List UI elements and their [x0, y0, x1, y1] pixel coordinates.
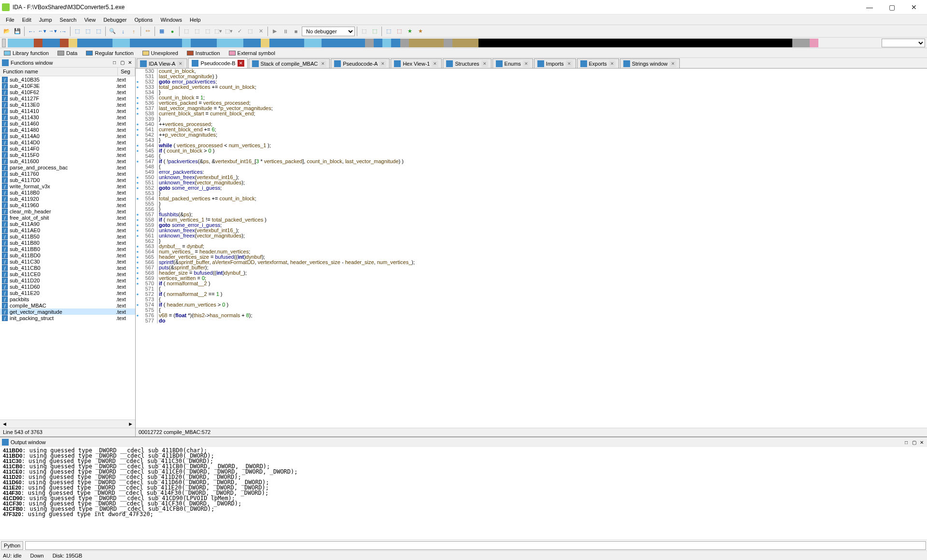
- tb-g[interactable]: ⬚▾: [213, 27, 223, 36]
- tab-pseudocode-b[interactable]: Pseudocode-B✕: [188, 58, 247, 68]
- code-line[interactable]: 540 ++vertices_processed;: [136, 122, 927, 127]
- tb-h[interactable]: ⬚▾: [224, 27, 234, 36]
- breakpoint-gutter[interactable]: [136, 270, 140, 276]
- function-row[interactable]: fsub_411CE0.text: [0, 271, 135, 277]
- function-row[interactable]: fsub_4117D0.text: [0, 177, 135, 183]
- code-line[interactable]: 549error_packvertices:: [136, 169, 927, 175]
- breakpoint-gutter[interactable]: [136, 292, 140, 297]
- function-row[interactable]: fsub_411BB0.text: [0, 246, 135, 252]
- menu-jump[interactable]: Jump: [35, 16, 56, 24]
- code-line[interactable]: 562 }: [136, 238, 927, 244]
- function-row[interactable]: fsub_411410.text: [0, 108, 135, 114]
- function-row[interactable]: fget_vector_magnitude.text: [0, 308, 135, 315]
- breakpoint-gutter[interactable]: [136, 276, 140, 281]
- panel-restore-button[interactable]: □: [111, 59, 118, 66]
- panel-close-button[interactable]: ✕: [126, 59, 133, 66]
- function-row[interactable]: ffree_alot_of_shit.text: [0, 214, 135, 221]
- nav-back-menu[interactable]: ←▾: [37, 27, 47, 36]
- menu-help[interactable]: Help: [186, 16, 205, 24]
- tb-b[interactable]: ⬚: [83, 27, 93, 36]
- tab-close-icon[interactable]: ✕: [238, 60, 244, 67]
- function-row[interactable]: fsub_411B80.text: [0, 239, 135, 246]
- code-line[interactable]: 573 {: [136, 297, 927, 302]
- output-text[interactable]: 411BD0: using guessed type _DWORD __cdec…: [0, 447, 927, 540]
- breakpoint-gutter[interactable]: [136, 308, 140, 313]
- code-line[interactable]: 572 if ( normalformat__2 == 1 ): [136, 292, 927, 297]
- function-row[interactable]: fsub_411D20.text: [0, 277, 135, 283]
- breakpoint-gutter[interactable]: [136, 201, 140, 207]
- function-row[interactable]: fsub_411600.text: [0, 158, 135, 164]
- breakpoint-gutter[interactable]: [136, 122, 140, 127]
- tb-m[interactable]: ⬚: [370, 27, 379, 36]
- nav-handle[interactable]: [2, 39, 6, 47]
- tab-stack-of-compile_mbac[interactable]: Stack of compile_MBAC✕: [249, 58, 330, 68]
- col-segment[interactable]: Seg: [118, 68, 135, 76]
- breakpoint-gutter[interactable]: [136, 249, 140, 254]
- code-line[interactable]: 534 }: [136, 90, 927, 95]
- code-line[interactable]: 563 dynbuf__ = dynbuf;: [136, 244, 927, 249]
- code-line[interactable]: 556 }: [136, 207, 927, 212]
- breakpoint-gutter[interactable]: [136, 100, 140, 106]
- run-button[interactable]: ●: [168, 27, 177, 36]
- menu-options[interactable]: Options: [130, 16, 156, 24]
- breakpoint-gutter[interactable]: [136, 260, 140, 265]
- tab-close-icon[interactable]: ✕: [177, 60, 184, 67]
- breakpoint-gutter[interactable]: [136, 159, 140, 164]
- breakpoint-gutter[interactable]: [136, 318, 140, 323]
- breakpoint-gutter[interactable]: [136, 111, 140, 116]
- code-line[interactable]: 555 }: [136, 201, 927, 207]
- function-row[interactable]: fsub_410B35.text: [0, 76, 135, 83]
- code-line[interactable]: 533 total_packed_vertices += count_in_bl…: [136, 84, 927, 90]
- nav-back-button[interactable]: ←·: [27, 27, 36, 36]
- breakpoint-gutter[interactable]: [136, 116, 140, 122]
- breakpoint-gutter[interactable]: [136, 313, 140, 318]
- breakpoint-gutter[interactable]: [136, 185, 140, 191]
- tb-i[interactable]: ✓: [235, 27, 244, 36]
- breakpoint-gutter[interactable]: [136, 207, 140, 212]
- code-line[interactable]: 559 goto some_error_i_guess;: [136, 223, 927, 228]
- search-down-button[interactable]: ↓: [118, 27, 128, 36]
- code-line[interactable]: 568 header_size = bufused((int)dynbuf_);: [136, 270, 927, 276]
- breakpoint-gutter[interactable]: [136, 169, 140, 175]
- tb-f[interactable]: ⬚: [203, 27, 212, 36]
- code-line[interactable]: 552 goto some_error_i_guess;: [136, 185, 927, 191]
- code-line[interactable]: 561 unknown_freex(vector_magnitudes);: [136, 233, 927, 238]
- tab-close-icon[interactable]: ✕: [379, 60, 386, 67]
- code-line[interactable]: 530 count_in_block,: [136, 69, 927, 74]
- code-line[interactable]: 550 unknown_freex(vertexbuf_int16_);: [136, 175, 927, 180]
- breakpoint-gutter[interactable]: [136, 217, 140, 223]
- function-row[interactable]: fcompile_MBAC.text: [0, 302, 135, 308]
- tab-close-icon[interactable]: ✕: [320, 60, 326, 67]
- nav-fwd-menu[interactable]: →▾: [48, 27, 57, 36]
- tb-o[interactable]: ⬚: [394, 27, 404, 36]
- menu-file[interactable]: File: [2, 16, 18, 24]
- tab-hex-view-1[interactable]: Hex View-1✕: [391, 58, 442, 68]
- breakpoint-gutter[interactable]: [136, 191, 140, 196]
- output-restore-button[interactable]: □: [903, 439, 910, 446]
- code-line[interactable]: 570 if ( normalformat__2 ): [136, 281, 927, 286]
- function-row[interactable]: fsub_411B50.text: [0, 233, 135, 239]
- debug-pause-button[interactable]: ⏸: [281, 27, 290, 36]
- menu-windows[interactable]: Windows: [156, 16, 186, 24]
- debug-run-button[interactable]: ▶: [270, 27, 280, 36]
- code-editor[interactable]: 530 count_in_block,531 last_vector_magni…: [136, 69, 927, 428]
- function-row[interactable]: fsub_411C30.text: [0, 258, 135, 265]
- breakpoint-gutter[interactable]: [136, 164, 140, 169]
- menu-view[interactable]: View: [80, 16, 99, 24]
- code-line[interactable]: 560 unknown_freex(vertexbuf_int16_);: [136, 228, 927, 233]
- code-line[interactable]: 554 total_packed_vertices += count_in_bl…: [136, 196, 927, 201]
- code-line[interactable]: 539 }: [136, 116, 927, 122]
- open-button[interactable]: 📂: [2, 27, 12, 36]
- tab-exports[interactable]: Exports✕: [577, 58, 619, 68]
- tab-close-icon[interactable]: ✕: [670, 60, 676, 67]
- tab-close-icon[interactable]: ✕: [432, 60, 438, 67]
- nav-fwd-button[interactable]: ·→: [58, 27, 68, 36]
- nav-overview[interactable]: [8, 39, 880, 47]
- code-line[interactable]: 535 count_in_block = 1;: [136, 95, 927, 100]
- highlight-button[interactable]: ✏: [143, 27, 153, 36]
- breakpoint-gutter[interactable]: [136, 79, 140, 84]
- code-line[interactable]: 538 current_block_start = current_block_…: [136, 111, 927, 116]
- code-line[interactable]: 574 if ( header.num_vertices > 0 ): [136, 302, 927, 308]
- save-button[interactable]: 💾: [13, 27, 22, 36]
- tab-enums[interactable]: Enums✕: [492, 58, 533, 68]
